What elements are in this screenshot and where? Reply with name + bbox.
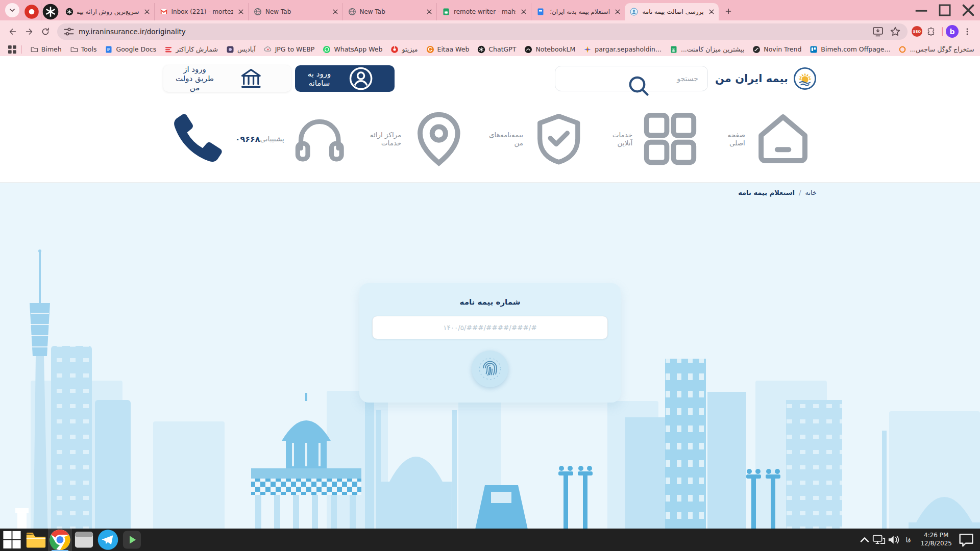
tab-list: سریع‌ترین روش ارائه بیمه نامه Inbox (221… — [60, 3, 718, 20]
browser-tab[interactable]: بررسی اصالت بیمه نامه — [625, 3, 719, 20]
taskbar-date: 12/8/2025 — [920, 540, 952, 548]
tab-search-button[interactable] — [5, 3, 19, 17]
bookmark-star-button[interactable] — [889, 26, 901, 38]
login-button[interactable]: ورود به سامانه — [295, 65, 394, 92]
bookmark-item[interactable]: ChatGPT — [473, 44, 520, 55]
site-info-button[interactable] — [63, 26, 75, 37]
browser-tab[interactable]: استعلام بیمه بدنه ایران؛ راهنمای — [531, 3, 625, 20]
bookmark-item[interactable]: Bimeh.com Offpage... — [805, 44, 894, 55]
nav-item[interactable]: پشتیبانی — [260, 105, 351, 172]
tab-title: remote writer - mahsa taheri — [454, 8, 516, 15]
bookmark-item[interactable]: بیشترین میزان کامنت... — [666, 44, 748, 55]
bookmarks-bar: Bimeh Tools Google Docs شمارش کاراکتر — [0, 42, 980, 56]
tab-close-button[interactable] — [237, 8, 245, 16]
action-center-icon[interactable] — [957, 529, 976, 551]
bookmark-item[interactable]: شمارش کاراکتر — [160, 44, 222, 55]
browser-tab[interactable]: Inbox (221) - mortezabimeho — [154, 3, 249, 20]
grid-icon — [636, 105, 704, 172]
nav-item[interactable]: صفحه اصلی — [720, 105, 817, 172]
chatgpt-icon — [477, 45, 485, 54]
main-nav: صفحه اصلی خدمات آنلاین بیمه‌نامه‌های من — [260, 105, 817, 172]
telegram-icon[interactable] — [96, 529, 120, 551]
star-icon — [889, 26, 901, 38]
url-text[interactable]: my.iraninsurance.ir/doriginality — [79, 28, 186, 36]
fingerprint-submit-button[interactable] — [472, 350, 508, 387]
tab-close-button[interactable] — [520, 8, 528, 16]
gov-login-button[interactable]: ورود از طریق دولت من — [163, 65, 291, 92]
window-minimize-button[interactable] — [910, 0, 933, 20]
bookmark-label: استخراج گوگل ساجس... — [910, 45, 974, 53]
volume-icon — [886, 530, 900, 550]
bookmark-item[interactable]: pargar.sepasholdin... — [579, 44, 666, 55]
site-logo[interactable]: بیمه ایران من — [715, 67, 817, 90]
bookmark-item[interactable]: Tools — [66, 44, 101, 55]
bookmark-item[interactable]: Eitaa Web — [422, 44, 474, 55]
bookmark-item[interactable]: JPG to WEBP — [260, 44, 319, 54]
sheets-icon — [670, 45, 678, 54]
bookmark-item[interactable]: Bimeh — [26, 44, 66, 55]
tab-title: Inbox (221) - mortezabimeho — [172, 8, 234, 15]
window-controls — [910, 0, 980, 20]
taskbar-clock[interactable]: 4:26 PM 12/8/2025 — [916, 532, 957, 547]
nav-item[interactable]: مراکز ارائه خدمات — [367, 105, 473, 172]
apps-shortcut-button[interactable] — [6, 44, 18, 55]
tab-title: استعلام بیمه بدنه ایران؛ راهنمای — [548, 8, 610, 15]
bookmark-item[interactable]: Google Docs — [101, 44, 160, 55]
extensions-puzzle-button[interactable] — [923, 24, 939, 39]
nav-item[interactable]: خدمات آنلاین — [606, 105, 704, 172]
reload-button[interactable] — [38, 24, 53, 39]
tab-close-button[interactable] — [614, 8, 622, 16]
browser-tab[interactable]: New Tab — [248, 3, 342, 20]
bookmark-item[interactable]: NotebookLM — [520, 44, 579, 55]
new-tab-button[interactable] — [721, 4, 736, 18]
policy-number-input[interactable] — [372, 316, 608, 339]
apps-grid-icon — [6, 44, 18, 55]
volume-icon[interactable] — [886, 530, 900, 550]
pinned-tab[interactable] — [41, 3, 60, 20]
chevron-down-icon — [8, 4, 16, 17]
forward-button[interactable] — [21, 24, 37, 39]
tab-close-button[interactable] — [143, 8, 151, 16]
screen: سریع‌ترین روش ارائه بیمه نامه Inbox (221… — [0, 0, 980, 551]
file-explorer-icon[interactable] — [24, 529, 48, 551]
bookmark-item[interactable]: میزیتو — [386, 44, 422, 55]
folder-icon — [30, 45, 38, 54]
profile-avatar[interactable]: b — [946, 25, 959, 38]
back-button[interactable] — [5, 24, 20, 39]
bookmark-label: ChatGPT — [488, 45, 516, 53]
nav-item[interactable]: بیمه‌نامه‌های من — [489, 105, 590, 172]
window-maximize-button[interactable] — [933, 0, 957, 20]
browser-tab[interactable]: remote writer - mahsa taheri — [436, 3, 531, 20]
bookmark-item[interactable]: استخراج گوگل ساجس... — [894, 44, 974, 55]
browser-tab[interactable]: New Tab — [342, 3, 437, 20]
address-bar[interactable]: my.iraninsurance.ir/doriginality — [57, 23, 908, 40]
sun-logo-icon — [793, 67, 817, 90]
bookmark-item[interactable]: Novin Trend — [748, 44, 805, 55]
bookmark-item[interactable]: آبادیس — [222, 44, 260, 55]
tab-close-button[interactable] — [425, 8, 433, 16]
tab-close-button[interactable] — [707, 8, 716, 16]
start-button[interactable] — [0, 529, 24, 551]
app-window-icon[interactable] — [72, 529, 96, 551]
bookmark-item[interactable]: WhatsApp Web — [318, 44, 386, 55]
network-icon[interactable] — [872, 530, 886, 550]
tab-title: New Tab — [265, 8, 328, 15]
tab-close-button[interactable] — [331, 8, 339, 16]
language-indicator[interactable]: فا — [900, 536, 916, 544]
pinned-tab[interactable] — [22, 3, 41, 20]
notification-icon — [957, 529, 976, 551]
browser-menu-button[interactable] — [960, 24, 975, 39]
media-app-icon[interactable] — [120, 529, 144, 551]
breadcrumb-home-link[interactable]: خانه — [805, 189, 817, 196]
nav-item-label: مراکز ارائه خدمات — [367, 131, 401, 147]
tray-chevron-up-icon[interactable] — [857, 530, 872, 550]
chrome-icon[interactable] — [48, 529, 72, 551]
browser-tab[interactable]: سریع‌ترین روش ارائه بیمه نامه — [60, 3, 154, 20]
window-close-button[interactable] — [957, 0, 980, 20]
notebooklm-icon — [524, 45, 532, 54]
phone-number[interactable]: ۰۹۶۶۸ — [163, 104, 260, 174]
bookmark-label: میزیتو — [402, 45, 418, 53]
seo-extension-icon[interactable]: SEO — [912, 26, 922, 37]
install-app-button[interactable] — [872, 26, 884, 38]
search-input[interactable] — [555, 66, 708, 91]
